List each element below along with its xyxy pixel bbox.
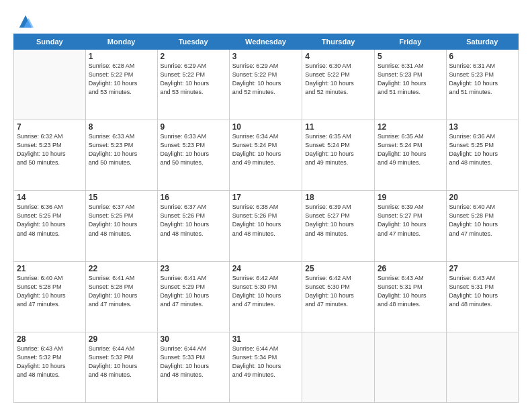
calendar-cell: 20Sunrise: 6:40 AMSunset: 5:28 PMDayligh… [446,191,518,261]
calendar-cell: 2Sunrise: 6:29 AMSunset: 5:22 PMDaylight… [157,50,229,120]
day-number: 17 [232,193,300,202]
calendar-cell: 5Sunrise: 6:31 AMSunset: 5:23 PMDaylight… [374,50,446,120]
day-number: 5 [378,52,443,61]
week-row-0: 1Sunrise: 6:28 AMSunset: 5:22 PMDaylight… [14,50,519,120]
calendar-cell: 23Sunrise: 6:41 AMSunset: 5:29 PMDayligh… [157,261,229,332]
day-header-tuesday: Tuesday [157,34,229,50]
calendar-cell: 3Sunrise: 6:29 AMSunset: 5:22 PMDaylight… [229,50,302,120]
day-number: 26 [378,264,443,273]
day-number: 2 [161,52,226,61]
calendar-cell: 29Sunrise: 6:44 AMSunset: 5:32 PMDayligh… [85,332,157,402]
week-row-4: 28Sunrise: 6:43 AMSunset: 5:32 PMDayligh… [14,332,519,402]
day-info: Sunrise: 6:37 AMSunset: 5:25 PMDaylight:… [89,203,154,238]
week-row-3: 21Sunrise: 6:40 AMSunset: 5:28 PMDayligh… [14,261,519,332]
day-info: Sunrise: 6:41 AMSunset: 5:28 PMDaylight:… [89,274,154,309]
day-info: Sunrise: 6:42 AMSunset: 5:30 PMDaylight:… [305,274,371,309]
day-info: Sunrise: 6:41 AMSunset: 5:29 PMDaylight:… [161,274,226,309]
day-number: 14 [17,193,83,202]
day-header-monday: Monday [85,34,157,50]
calendar-cell: 24Sunrise: 6:42 AMSunset: 5:30 PMDayligh… [229,261,302,332]
day-info: Sunrise: 6:43 AMSunset: 5:31 PMDaylight:… [378,274,443,309]
day-info: Sunrise: 6:29 AMSunset: 5:22 PMDaylight:… [232,62,300,97]
day-info: Sunrise: 6:34 AMSunset: 5:24 PMDaylight:… [232,132,300,167]
day-number: 23 [161,264,226,273]
day-header-friday: Friday [374,34,446,50]
day-number: 1 [89,52,154,61]
day-info: Sunrise: 6:44 AMSunset: 5:32 PMDaylight:… [89,345,154,379]
day-number: 12 [378,122,443,132]
day-number: 25 [305,264,371,273]
calendar-cell: 11Sunrise: 6:35 AMSunset: 5:24 PMDayligh… [302,120,375,191]
day-info: Sunrise: 6:32 AMSunset: 5:23 PMDaylight:… [17,132,83,167]
day-info: Sunrise: 6:28 AMSunset: 5:22 PMDaylight:… [89,62,154,97]
calendar-cell: 1Sunrise: 6:28 AMSunset: 5:22 PMDaylight… [85,50,157,120]
calendar-cell: 17Sunrise: 6:38 AMSunset: 5:26 PMDayligh… [229,191,302,261]
calendar-cell: 26Sunrise: 6:43 AMSunset: 5:31 PMDayligh… [374,261,446,332]
day-number: 13 [449,122,515,132]
day-info: Sunrise: 6:38 AMSunset: 5:26 PMDaylight:… [232,203,300,238]
day-number: 6 [449,52,515,61]
day-number: 27 [449,264,515,273]
day-info: Sunrise: 6:42 AMSunset: 5:30 PMDaylight:… [232,274,300,309]
day-info: Sunrise: 6:43 AMSunset: 5:32 PMDaylight:… [17,345,83,379]
day-header-sunday: Sunday [14,34,86,50]
day-info: Sunrise: 6:43 AMSunset: 5:31 PMDaylight:… [449,274,515,309]
calendar-cell: 27Sunrise: 6:43 AMSunset: 5:31 PMDayligh… [446,261,518,332]
calendar-cell: 12Sunrise: 6:35 AMSunset: 5:24 PMDayligh… [374,120,446,191]
day-number: 3 [232,52,300,61]
day-number: 9 [161,122,226,132]
day-info: Sunrise: 6:31 AMSunset: 5:23 PMDaylight:… [449,62,515,97]
calendar-cell: 19Sunrise: 6:39 AMSunset: 5:27 PMDayligh… [374,191,446,261]
day-number: 15 [89,193,154,202]
day-number: 30 [161,334,226,344]
calendar-body: 1Sunrise: 6:28 AMSunset: 5:22 PMDaylight… [14,50,519,403]
week-row-2: 14Sunrise: 6:36 AMSunset: 5:25 PMDayligh… [14,191,519,261]
day-info: Sunrise: 6:40 AMSunset: 5:28 PMDaylight:… [449,203,515,238]
day-number: 31 [232,334,300,344]
day-number: 28 [17,334,83,344]
day-number: 10 [232,122,300,132]
day-number: 11 [305,122,371,132]
calendar-cell: 7Sunrise: 6:32 AMSunset: 5:23 PMDaylight… [14,120,86,191]
calendar-cell: 10Sunrise: 6:34 AMSunset: 5:24 PMDayligh… [229,120,302,191]
day-number: 18 [305,193,371,202]
day-info: Sunrise: 6:39 AMSunset: 5:27 PMDaylight:… [305,203,371,238]
calendar-cell: 22Sunrise: 6:41 AMSunset: 5:28 PMDayligh… [85,261,157,332]
page: SundayMondayTuesdayWednesdayThursdayFrid… [0,0,532,411]
day-info: Sunrise: 6:33 AMSunset: 5:23 PMDaylight:… [89,132,154,167]
day-number: 21 [17,264,83,273]
day-header-saturday: Saturday [446,34,518,50]
week-row-1: 7Sunrise: 6:32 AMSunset: 5:23 PMDaylight… [14,120,519,191]
calendar-cell: 28Sunrise: 6:43 AMSunset: 5:32 PMDayligh… [14,332,86,402]
calendar-cell: 15Sunrise: 6:37 AMSunset: 5:25 PMDayligh… [85,191,157,261]
day-header-thursday: Thursday [302,34,375,50]
calendar-cell: 13Sunrise: 6:36 AMSunset: 5:25 PMDayligh… [446,120,518,191]
calendar-cell [374,332,446,402]
day-info: Sunrise: 6:35 AMSunset: 5:24 PMDaylight:… [305,132,371,167]
day-number: 20 [449,193,515,202]
day-info: Sunrise: 6:35 AMSunset: 5:24 PMDaylight:… [378,132,443,167]
calendar-cell: 25Sunrise: 6:42 AMSunset: 5:30 PMDayligh… [302,261,375,332]
calendar-cell [14,50,86,120]
calendar-table: SundayMondayTuesdayWednesdayThursdayFrid… [13,34,519,403]
logo [13,12,35,31]
calendar-cell: 9Sunrise: 6:33 AMSunset: 5:23 PMDaylight… [157,120,229,191]
day-info: Sunrise: 6:39 AMSunset: 5:27 PMDaylight:… [378,203,443,238]
day-info: Sunrise: 6:29 AMSunset: 5:22 PMDaylight:… [161,62,226,97]
calendar-cell: 16Sunrise: 6:37 AMSunset: 5:26 PMDayligh… [157,191,229,261]
day-info: Sunrise: 6:44 AMSunset: 5:34 PMDaylight:… [232,345,300,379]
day-number: 4 [305,52,371,61]
calendar-cell: 4Sunrise: 6:30 AMSunset: 5:22 PMDaylight… [302,50,375,120]
day-info: Sunrise: 6:33 AMSunset: 5:23 PMDaylight:… [161,132,226,167]
calendar-cell: 8Sunrise: 6:33 AMSunset: 5:23 PMDaylight… [85,120,157,191]
calendar-cell [446,332,518,402]
day-number: 29 [89,334,154,344]
day-number: 24 [232,264,300,273]
day-number: 22 [89,264,154,273]
calendar-cell: 30Sunrise: 6:44 AMSunset: 5:33 PMDayligh… [157,332,229,402]
day-info: Sunrise: 6:36 AMSunset: 5:25 PMDaylight:… [17,203,83,238]
calendar-cell: 14Sunrise: 6:36 AMSunset: 5:25 PMDayligh… [14,191,86,261]
header-row: SundayMondayTuesdayWednesdayThursdayFrid… [14,34,519,50]
day-number: 8 [89,122,154,132]
calendar-cell: 18Sunrise: 6:39 AMSunset: 5:27 PMDayligh… [302,191,375,261]
